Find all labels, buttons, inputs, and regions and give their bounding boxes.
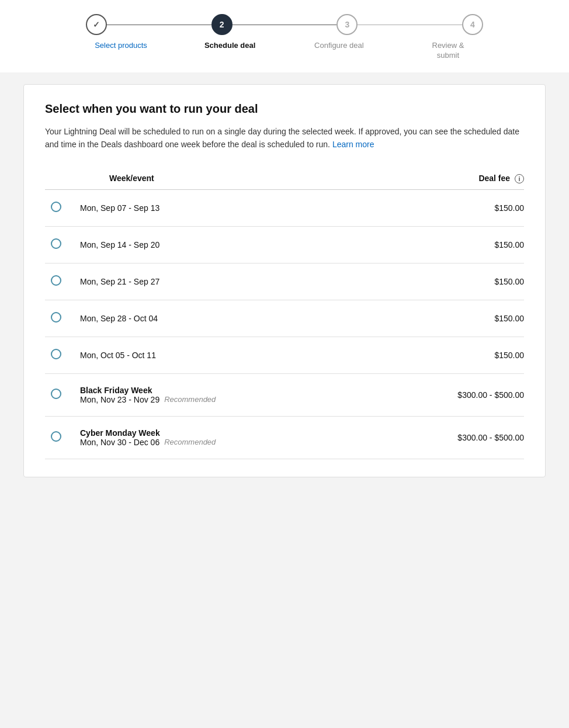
step-3-label-group: Configure deal	[304, 41, 374, 61]
radio-cell-1	[45, 226, 74, 263]
main-card: Select when you want to run your deal Yo…	[23, 84, 546, 477]
card-title: Select when you want to run your deal	[45, 102, 524, 116]
page-wrapper: ✓ 2 3 4 Select products Schedule deal Co…	[0, 0, 569, 512]
fee-cell-1: $150.00	[384, 226, 524, 263]
table-row: Mon, Sep 21 - Sep 27$150.00	[45, 263, 524, 300]
table-row: Mon, Sep 28 - Oct 04$150.00	[45, 300, 524, 337]
radio-btn-3[interactable]	[51, 312, 61, 323]
th-week: Week/event	[74, 168, 384, 190]
week-date: Mon, Sep 14 - Sep 20	[80, 240, 379, 249]
week-date: Mon, Sep 28 - Oct 04	[80, 314, 379, 323]
fee-cell-4: $150.00	[384, 337, 524, 373]
line-1-2	[107, 25, 211, 25]
week-cell-3: Mon, Sep 28 - Oct 04	[74, 300, 384, 337]
radio-btn-1[interactable]	[51, 238, 61, 249]
week-cell-5: Black Friday WeekMon, Nov 23 - Nov 29Rec…	[74, 373, 384, 416]
step-4-label-group: Review &submit	[413, 41, 483, 61]
radio-cell-0	[45, 189, 74, 226]
table-row: Mon, Sep 07 - Sep 13$150.00	[45, 189, 524, 226]
learn-more-link[interactable]: Learn more	[332, 140, 374, 149]
week-cell-1: Mon, Sep 14 - Sep 20	[74, 226, 384, 263]
radio-cell-3	[45, 300, 74, 337]
recommended-badge: Recommended	[164, 395, 216, 404]
step-4-circle: 4	[462, 14, 483, 35]
week-event-name: Cyber Monday Week	[80, 428, 379, 438]
week-date: Mon, Sep 21 - Sep 27	[80, 277, 379, 286]
table-header-row: Week/event Deal fee i	[45, 168, 524, 190]
fee-cell-5: $300.00 - $500.00	[384, 373, 524, 416]
fee-cell-0: $150.00	[384, 189, 524, 226]
schedule-table: Week/event Deal fee i Mon, Sep 07 - Sep …	[45, 168, 524, 459]
radio-btn-6[interactable]	[51, 431, 61, 442]
radio-btn-2[interactable]	[51, 275, 61, 286]
week-cell-0: Mon, Sep 07 - Sep 13	[74, 189, 384, 226]
table-row: Cyber Monday WeekMon, Nov 30 - Dec 06Rec…	[45, 416, 524, 459]
line-3-4	[358, 25, 462, 25]
step-3-label: Configure deal	[314, 41, 364, 51]
stepper-track: ✓ 2 3 4	[86, 14, 483, 35]
week-date: Mon, Oct 05 - Oct 11	[80, 351, 379, 360]
step-4-label: Review &submit	[432, 41, 464, 61]
step-1-circle: ✓	[86, 14, 107, 35]
week-event-name: Black Friday Week	[80, 386, 379, 395]
th-fee: Deal fee i	[384, 168, 524, 190]
radio-cell-4	[45, 337, 74, 373]
radio-btn-5[interactable]	[51, 389, 61, 399]
week-date: Mon, Nov 30 - Dec 06Recommended	[80, 438, 379, 447]
recommended-badge: Recommended	[164, 438, 216, 446]
stepper-container: ✓ 2 3 4 Select products Schedule deal Co…	[0, 0, 569, 72]
table-row: Black Friday WeekMon, Nov 23 - Nov 29Rec…	[45, 373, 524, 416]
table-row: Mon, Sep 14 - Sep 20$150.00	[45, 226, 524, 263]
radio-btn-4[interactable]	[51, 349, 61, 359]
step-1-label-group: Select products	[86, 41, 156, 61]
week-cell-2: Mon, Sep 21 - Sep 27	[74, 263, 384, 300]
line-2-3	[233, 25, 337, 25]
radio-cell-5	[45, 373, 74, 416]
stepper-labels: Select products Schedule deal Configure …	[86, 41, 483, 61]
fee-cell-6: $300.00 - $500.00	[384, 416, 524, 459]
step-2-label-group: Schedule deal	[195, 41, 265, 61]
radio-btn-0[interactable]	[51, 202, 61, 212]
fee-info-icon[interactable]: i	[515, 174, 524, 183]
step-1-label[interactable]: Select products	[95, 41, 147, 51]
radio-cell-6	[45, 416, 74, 459]
week-date: Mon, Nov 23 - Nov 29Recommended	[80, 395, 379, 404]
fee-cell-3: $150.00	[384, 300, 524, 337]
week-date: Mon, Sep 07 - Sep 13	[80, 203, 379, 213]
th-empty	[45, 168, 74, 190]
table-row: Mon, Oct 05 - Oct 11$150.00	[45, 337, 524, 373]
step-2-circle: 2	[211, 14, 233, 35]
week-cell-6: Cyber Monday WeekMon, Nov 30 - Dec 06Rec…	[74, 416, 384, 459]
step-3-circle: 3	[336, 14, 358, 35]
step-2-label: Schedule deal	[204, 41, 255, 51]
fee-cell-2: $150.00	[384, 263, 524, 300]
week-cell-4: Mon, Oct 05 - Oct 11	[74, 337, 384, 373]
radio-cell-2	[45, 263, 74, 300]
card-description: Your Lightning Deal will be scheduled to…	[45, 125, 524, 151]
